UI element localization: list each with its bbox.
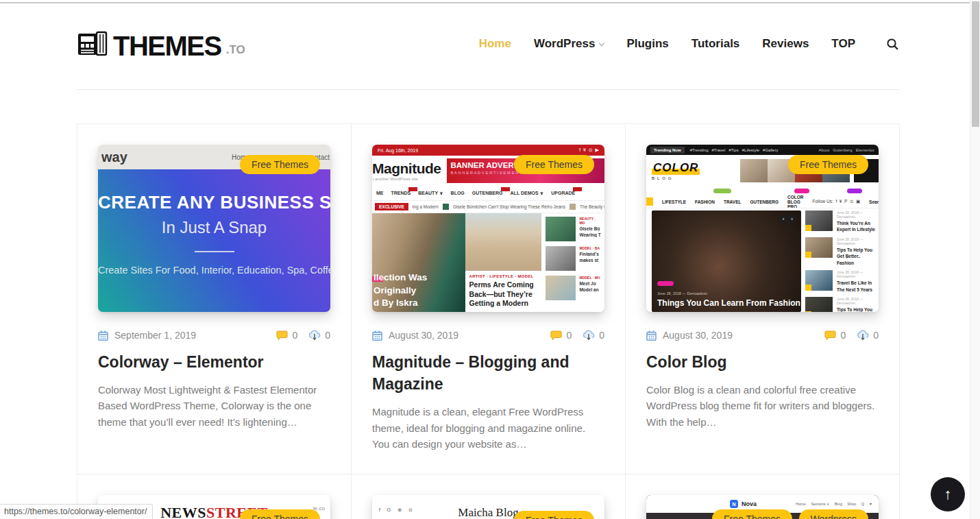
magnitude-beach-photo: [465, 213, 542, 271]
scroll-to-top-button[interactable]: ↑: [931, 477, 965, 511]
active-nav-marker: [646, 197, 653, 206]
themes-grid: way Home ntact CREATE ANY BUSINESS SITE …: [77, 123, 899, 519]
colorblog-topbar: Trending Now #Trending #Travel #Tips #Li…: [646, 145, 879, 155]
side-date: June 28, 2018 — Demoadmin: [837, 237, 877, 245]
theme-card-colorblog[interactable]: Trending Now #Trending #Travel #Tips #Li…: [626, 124, 900, 474]
cb-nav-item: GUTENBERG: [750, 200, 779, 204]
colorblog-sidebar: June 28, 2018 — Demoadmin Think You’re A…: [805, 210, 877, 312]
hashtag-nav: #Trending #Travel #Tips #Lifestyle #Gall…: [690, 148, 779, 152]
nav-home[interactable]: Home: [479, 37, 511, 51]
follow-us: Follow Us: f ¥ P ⊙ ▣: [812, 199, 860, 204]
theme-card-magnitude[interactable]: Fri. Aug 16th, 2019 f ¥ ⊙ ▶ Magnitude t …: [352, 124, 626, 474]
colorway-hero: CREATE ANY BUSINESS SITE In Just A Snap …: [98, 169, 330, 312]
side-title: Wearing T: [579, 232, 602, 237]
free-themes-badge[interactable]: Free Themes: [240, 155, 320, 174]
pink-category-pill: [657, 281, 674, 286]
downloads-cloud-icon: [857, 330, 869, 341]
nova-logo-text: Nova: [742, 500, 757, 507]
ticker-item: ing a Modern: [413, 204, 439, 209]
side-thumb: [546, 246, 576, 271]
exclusive-chip: EXCLUSIVE: [375, 203, 408, 210]
side-title: makes st: [579, 258, 600, 263]
downloads-count: 0: [599, 330, 604, 341]
side-thumb: [805, 297, 833, 312]
comments-count: 0: [292, 330, 297, 341]
theme-card-maicha[interactable]: f G ⊕ ⊙ Maicha Blog Free Themes: [352, 474, 626, 519]
comments-icon: [824, 330, 836, 341]
cb-nav-item: FASHION: [695, 200, 715, 204]
search-partial: Sear: [869, 200, 879, 204]
colorblog-nav: LIFESTYLE FASHION TRAVEL GUTENBERG COLOR…: [646, 195, 879, 208]
magnitude-topbar-date: Fri. Aug 16th, 2019: [378, 148, 418, 153]
magnitude-topbar: Fri. Aug 16th, 2019 f ¥ ⊙ ▶: [372, 145, 604, 156]
mg-nav-item: ALL DEMOS ∨: [511, 191, 544, 196]
colorway-hero-tagline: Create Sites For Food, Interior, Educati…: [98, 265, 330, 276]
post-title[interactable]: Colorway – Elementor: [98, 351, 330, 373]
calendar-icon: [98, 330, 108, 341]
colorway-preview-logo: way: [101, 149, 127, 165]
nav-tutorials[interactable]: Tutorials: [691, 37, 740, 51]
colorway-thumbnail[interactable]: way Home ntact CREATE ANY BUSINESS SITE …: [98, 145, 330, 312]
cb-nav-item: LIFESTYLE: [662, 200, 686, 204]
hero-title: Things You Can Learn From Fashion: [657, 298, 797, 308]
site-logo[interactable]: THEMES .TO: [77, 29, 245, 59]
post-title[interactable]: Color Blog: [646, 351, 879, 373]
magnitude-ticker: EXCLUSIVE ing a Modern Gisele Bündchen C…: [372, 201, 604, 213]
ticker-item: Gisele Bündchen Can’t Stop Wearing These…: [453, 204, 565, 209]
site-header: THEMES .TO Home WordPress Plugins Tutori…: [77, 0, 899, 65]
calendar-icon: [372, 330, 382, 341]
side-cat: MODEL · MU: [579, 276, 600, 280]
page-container: THEMES .TO Home WordPress Plugins Tutori…: [77, 0, 899, 519]
post-excerpt: Magnitude is a clean, elegant Free WordP…: [372, 404, 604, 452]
free-themes-badge[interactable]: Free Themes: [514, 155, 594, 174]
main-nav: Home WordPress Plugins Tutorials Reviews…: [479, 37, 899, 51]
post-title[interactable]: Magnitude – Blogging and Magazine: [372, 351, 604, 395]
post-excerpt: Color Blog is a clean and colorful free …: [646, 382, 879, 430]
side-title: Think You’re An Expert In Lifestyle: [837, 220, 877, 233]
search-button[interactable]: [886, 38, 899, 51]
nav-wordpress-label: WordPress: [534, 37, 595, 50]
side-title: Tips To Help You Get Better.. Lifestyle: [837, 306, 877, 312]
magnitude-thumbnail[interactable]: Fri. Aug 16th, 2019 f ¥ ⊙ ▶ Magnitude t …: [372, 145, 604, 312]
magnitude-nav: ME TRENDS BEAUTY ∨ BLOG GUTENBERG ALL DE…: [372, 186, 604, 201]
downloads-count: 0: [873, 330, 879, 341]
chevron-down-icon: [599, 40, 604, 46]
mg-hero-line: llection Was Originally: [373, 271, 465, 296]
side-cat: MODEL · BA: [579, 246, 600, 250]
mg-hero-line: d By Iskra: [373, 297, 465, 309]
browser-scrollbar[interactable]: [970, 0, 980, 519]
colorblog-thumbnail[interactable]: Trending Now #Trending #Travel #Tips #Li…: [646, 145, 879, 312]
nav-reviews[interactable]: Reviews: [762, 37, 809, 51]
nova-thumbnail[interactable]: N Nova Home Sections ∨ Blog Shop Q ♥ Fre…: [646, 495, 879, 519]
calendar-icon: [646, 330, 657, 341]
free-themes-badge[interactable]: Free Themes: [788, 155, 868, 174]
article-title: Perms Are Coming Back—but They’re Gettin…: [469, 280, 538, 309]
nav-top[interactable]: TOP: [831, 37, 855, 51]
colorway-hero-divider: [195, 251, 234, 252]
wordpress-badge[interactable]: Wordpress: [799, 509, 868, 519]
side-title: Meet Jo: [579, 281, 600, 286]
free-themes-badge[interactable]: Free Themes: [240, 509, 320, 519]
free-themes-badge[interactable]: Free Themes: [712, 509, 792, 519]
comments-icon: [276, 330, 288, 341]
side-title: Tips To Help You Get Better.. Fashion: [837, 247, 877, 266]
scrollbar-thumb[interactable]: [972, 1, 979, 127]
theme-card-colorway[interactable]: way Home ntact CREATE ANY BUSINESS SITE …: [77, 124, 352, 474]
free-themes-badge[interactable]: Free Themes: [514, 511, 594, 519]
nav-wordpress[interactable]: WordPress: [534, 37, 604, 51]
post-meta: August 30, 2019 0: [372, 330, 604, 341]
header-divider: [77, 89, 899, 90]
magnitude-social-icons: f ¥ ⊙ ▶: [579, 147, 599, 153]
mg-nav-item: UPGRADE: [551, 191, 575, 195]
topbar-links: About Gutenberg Elementor: [819, 148, 874, 152]
social-icons: f G ⊕ ⊙: [379, 507, 414, 513]
mg-nav-item: GUTENBERG: [472, 191, 503, 195]
maicha-thumbnail[interactable]: f G ⊕ ⊙ Maicha Blog Free Themes: [372, 495, 604, 519]
side-thumb: [546, 217, 576, 241]
arrow-left-icon: ‹: [780, 215, 787, 223]
purple-pill: [847, 189, 862, 193]
newsstreet-logo: NEWS: [160, 504, 206, 519]
nav-plugins[interactable]: Plugins: [626, 37, 668, 51]
side-thumb: [805, 210, 833, 231]
theme-card-nova[interactable]: N Nova Home Sections ∨ Blog Shop Q ♥ Fre…: [626, 474, 900, 519]
